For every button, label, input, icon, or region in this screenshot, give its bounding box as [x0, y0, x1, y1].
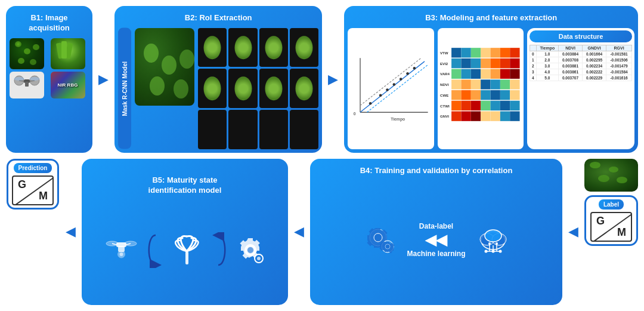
svg-line-5: [30, 81, 35, 81]
svg-point-17: [400, 78, 402, 81]
roi-cell-3-2: [228, 110, 257, 149]
b5-maturity: B5: Maturity state identification model: [82, 159, 288, 306]
svg-rect-53: [481, 90, 490, 100]
svg-point-15: [386, 88, 389, 91]
svg-rect-56: [510, 90, 519, 100]
svg-line-11: [367, 64, 428, 112]
svg-rect-50: [451, 90, 461, 100]
col-header-tiempo: Tiempo: [536, 45, 558, 51]
svg-line-4: [19, 81, 24, 81]
b2-roi-extraction: B2: RoI Extraction Mask R-CNN Model: [114, 6, 322, 153]
cycle-arrow-right: [206, 232, 230, 268]
roi-cell-2-3: [259, 69, 288, 108]
svg-rect-61: [490, 101, 500, 110]
svg-point-19: [413, 67, 416, 70]
svg-rect-26: [490, 48, 500, 57]
arrow-b1-b2: ▶: [98, 6, 109, 153]
b1-images-grid: NIR RBG: [10, 38, 89, 98]
main-container: B1: Image acquisition: [0, 0, 644, 311]
svg-line-12: [360, 58, 421, 106]
data-table: Tiempo NDVI GNDVI RGVI 01.00.0038840.001…: [530, 45, 632, 81]
b4-training: B4: Training and validation by correlati…: [310, 159, 562, 306]
svg-rect-57: [451, 101, 461, 110]
roi-cell-3-1: [198, 110, 227, 149]
table-row: 45.00.0037070.002229-0.001616: [530, 75, 632, 81]
svg-text:GNVI: GNVI: [440, 114, 449, 118]
svg-rect-66: [470, 111, 480, 121]
col-header-ndvi: NDVI: [558, 45, 582, 51]
svg-rect-24: [470, 48, 480, 57]
svg-point-93: [119, 253, 123, 256]
svg-rect-38: [470, 69, 480, 78]
m-letter-label: M: [617, 226, 626, 239]
mask-rcnn-label: Mask R-CNN Model: [118, 28, 131, 149]
b5-content: [85, 198, 284, 301]
table-row: 23.00.0038810.002234-0.001479: [530, 63, 632, 69]
svg-text:CWE: CWE: [440, 93, 448, 97]
gm-symbol-label: G M: [590, 212, 632, 242]
svg-rect-68: [490, 111, 500, 121]
table-row: 12.00.0037080.002295-0.001506: [530, 57, 632, 63]
arrow-b2-b3: ▶: [328, 6, 338, 153]
b4-title: B4: Training and validation by correlati…: [314, 162, 559, 178]
heatmap-chart: VTW EVI2 VAR4 NDVI CWE CTWI GNVI: [440, 30, 521, 147]
svg-rect-28: [510, 48, 519, 57]
rewind-icon: ◀◀: [425, 232, 447, 248]
svg-rect-34: [500, 58, 510, 68]
svg-rect-33: [490, 58, 500, 68]
gm-prediction-section: Prediction G M: [6, 159, 60, 306]
svg-point-99: [374, 233, 382, 242]
roi-extraction-grid: [198, 28, 318, 149]
svg-rect-69: [500, 111, 510, 121]
svg-point-6: [14, 77, 24, 81]
table-row: 34.00.0038610.002222-0.001584: [530, 69, 632, 75]
svg-rect-35: [510, 58, 519, 68]
drone-icon-b5: [105, 238, 138, 263]
gm-prediction-box: Prediction G M: [7, 159, 59, 210]
svg-rect-29: [451, 58, 461, 68]
arrow-b3-b4: ◀: [568, 159, 578, 306]
data-structure-box: Data structure Tiempo NDVI GNDVI RGVI: [527, 28, 634, 149]
svg-point-95: [247, 247, 253, 253]
bottom-row: Prediction G M ◀ B5: Maturity state iden…: [6, 159, 638, 306]
svg-rect-67: [481, 111, 490, 121]
roi-cell-1-4: [290, 28, 318, 67]
svg-rect-23: [461, 48, 470, 57]
b1-title: B1: Image acquisition: [10, 10, 89, 36]
svg-text:VAR4: VAR4: [440, 72, 450, 76]
svg-point-110: [484, 250, 487, 253]
gear-icon-b5: [236, 236, 265, 264]
svg-rect-94: [185, 251, 188, 264]
roi-cell-3-3: [259, 110, 288, 149]
cloud-icon-b4: [475, 223, 511, 257]
svg-rect-31: [470, 58, 480, 68]
svg-point-16: [393, 83, 396, 86]
svg-point-7: [29, 77, 40, 81]
svg-rect-40: [490, 69, 500, 78]
roi-cell-1-3: [259, 28, 288, 67]
svg-text:EVI2: EVI2: [440, 61, 448, 66]
palm-close-image: [51, 38, 85, 69]
svg-rect-43: [451, 79, 461, 89]
svg-point-14: [379, 94, 382, 97]
svg-text:NDVI: NDVI: [440, 82, 449, 87]
svg-rect-3: [25, 82, 29, 87]
roi-cell-2-4: [290, 69, 318, 108]
b3-content: 0 Tiempo: [348, 28, 634, 149]
roi-cell-3-4: [290, 110, 318, 149]
nir-rbg-label: NIR RBG: [58, 82, 78, 88]
b2-content: Mask R-CNN Model: [118, 28, 318, 149]
svg-rect-25: [481, 48, 490, 57]
roi-cell-1-1: [198, 28, 227, 67]
svg-rect-55: [500, 90, 510, 100]
svg-rect-59: [470, 101, 480, 110]
roi-cell-1-2: [228, 28, 257, 67]
svg-point-101: [385, 244, 390, 249]
arrow-b4-b5: ◀: [294, 159, 304, 306]
svg-text:VTW: VTW: [440, 51, 448, 55]
heatmap-area: VTW EVI2 VAR4 NDVI CWE CTWI GNVI: [438, 28, 524, 149]
palm-aerial-image: [10, 38, 44, 69]
roi-cell-2-1: [198, 69, 227, 108]
gm-symbol-prediction: G M: [12, 175, 54, 205]
col-header-gndvi: GNDVI: [583, 45, 606, 51]
